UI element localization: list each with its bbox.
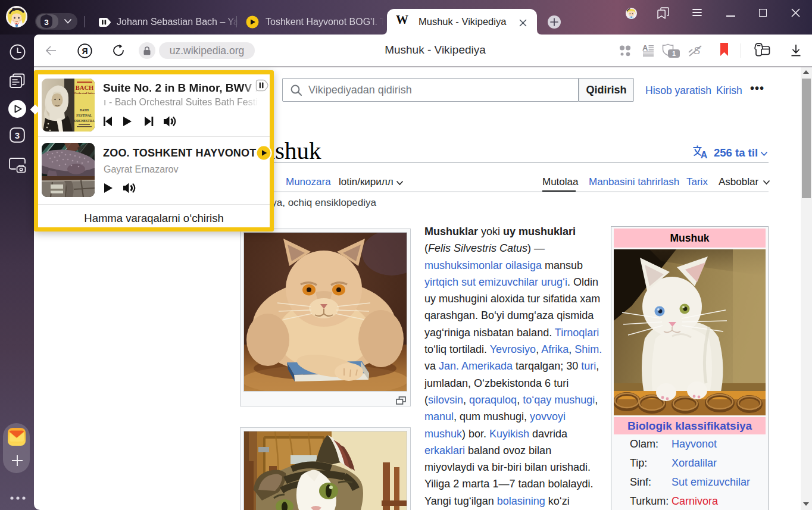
svg-text:ORCHESTRA: ORCHESTRA	[74, 119, 94, 123]
svg-text:Orchestral Suites: Orchestral Suites	[74, 92, 95, 95]
svg-text:1: 1	[672, 50, 676, 57]
svg-text:BACH: BACH	[76, 85, 93, 91]
svg-text:BATH: BATH	[80, 108, 89, 112]
svg-text:Я: Я	[82, 46, 88, 56]
svg-text:A: A	[642, 45, 648, 52]
svg-text:3: 3	[44, 18, 49, 27]
svg-text:A: A	[701, 150, 708, 159]
svg-text:3: 3	[15, 130, 20, 140]
svg-text:FESTIVAL: FESTIVAL	[76, 114, 92, 117]
